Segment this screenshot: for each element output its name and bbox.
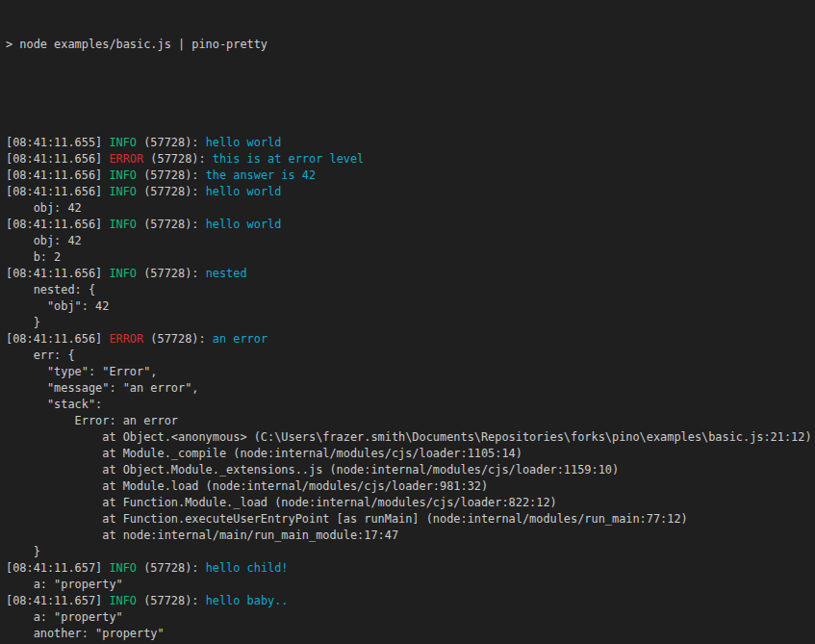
log-line: [08:41:11.656] ERROR (57728): an error [6,331,815,348]
log-level: INFO [109,218,137,231]
log-level: INFO [109,136,137,149]
log-timestamp: [08:41:11.657] [6,561,109,575]
log-pid: (57728): [143,332,213,346]
detail-text: a: "property" [6,610,123,624]
detail-text: at Module._compile (node:internal/module… [6,447,522,460]
log-message: hello world [206,218,282,231]
log-pid: (57728): [143,152,213,166]
detail-text: at Function.executeUserEntryPoint [as ru… [6,512,688,526]
terminal-lines: [08:41:11.655] INFO (57728): hello world… [6,135,815,644]
log-pid: (57728): [137,267,206,280]
detail-line: at node:internal/main/run_main_module:17… [6,528,815,544]
command-line: > node examples/basic.js | pino-pretty [6,37,815,53]
log-timestamp: [08:41:11.655] [6,136,109,149]
log-timestamp: [08:41:11.656] [6,185,109,198]
log-timestamp: [08:41:11.656] [6,332,109,346]
log-message: hello world [206,136,282,149]
detail-line: nested: { [6,282,815,298]
detail-text: "type": "Error", [6,365,158,378]
log-pid: (57728): [137,594,206,607]
detail-text: at Object.Module._extensions..js (node:i… [6,463,619,477]
detail-text: another: "property" [6,627,165,640]
detail-line: at Function.Module._load (node:internal/… [6,495,815,511]
detail-line: "type": "Error", [6,364,815,380]
log-pid: (57728): [137,561,206,575]
log-line: [08:41:11.656] INFO (57728): hello world [6,184,815,200]
log-level: INFO [109,185,137,198]
log-message: nested [206,267,247,280]
detail-text: nested: { [6,283,95,296]
detail-line: b: 2 [6,249,815,266]
blank-line [6,86,815,102]
log-level: INFO [109,267,137,280]
detail-text: Error: an error [6,414,178,427]
log-message: hello world [206,185,282,198]
detail-line: } [6,544,815,560]
log-line: [08:41:11.656] INFO (57728): hello world [6,217,815,233]
log-message: an error [213,332,267,346]
detail-line: at Object.<anonymous> (C:\Users\frazer.s… [6,429,815,446]
detail-text: at Function.Module._load (node:internal/… [6,496,557,509]
detail-line: obj: 42 [6,200,815,217]
detail-text: obj: 42 [6,201,82,215]
detail-line: err: { [6,348,815,364]
log-timestamp: [08:41:11.656] [6,218,109,231]
log-line: [08:41:11.656] ERROR (57728): this is at… [6,151,815,167]
log-pid: (57728): [137,185,206,198]
detail-text: at Object.<anonymous> (C:\Users\frazer.s… [6,430,812,444]
log-message: hello child! [206,561,289,575]
detail-text: obj: 42 [6,234,82,247]
detail-line: at Object.Module._extensions..js (node:i… [6,462,815,478]
log-level: ERROR [109,152,143,166]
detail-line: another: "property" [6,626,815,642]
detail-text: at node:internal/main/run_main_module:17… [6,528,398,542]
detail-line: a: "property" [6,577,815,593]
log-line: [08:41:11.655] INFO (57728): hello world [6,135,815,151]
log-pid: (57728): [137,168,206,182]
log-timestamp: [08:41:11.656] [6,168,109,182]
log-level: INFO [109,594,137,607]
log-line: [08:41:11.657] INFO (57728): hello baby.… [6,593,815,609]
detail-text: "obj": 42 [6,299,109,313]
log-message: the answer is 42 [206,168,317,182]
detail-text: a: "property" [6,578,123,591]
detail-line: obj: 42 [6,233,815,249]
detail-text: "stack": [6,398,102,411]
detail-line: "message": "an error", [6,380,815,397]
detail-line: at Function.executeUserEntryPoint [as ru… [6,511,815,528]
detail-line: "obj": 42 [6,298,815,315]
detail-text: b: 2 [6,250,61,264]
log-timestamp: [08:41:11.657] [6,594,109,607]
detail-text: at Module.load (node:internal/modules/cj… [6,479,488,493]
log-pid: (57728): [137,218,206,231]
log-message: hello baby.. [206,594,289,607]
log-level: ERROR [109,332,143,346]
terminal-viewport[interactable]: > node examples/basic.js | pino-pretty [… [0,0,815,644]
detail-line: } [6,315,815,331]
log-level: INFO [109,168,137,182]
command-text: > node examples/basic.js | pino-pretty [6,38,267,51]
detail-text: err: { [6,348,75,362]
log-line: [08:41:11.656] INFO (57728): the answer … [6,167,815,184]
detail-line: Error: an error [6,413,815,429]
log-message: this is at error level [213,152,365,166]
detail-text: } [6,545,40,558]
detail-text: "message": "an error", [6,381,198,395]
log-line: [08:41:11.656] INFO (57728): nested [6,266,815,282]
detail-line: at Module._compile (node:internal/module… [6,446,815,462]
detail-line: a: "property" [6,609,815,626]
log-level: INFO [109,561,137,575]
log-line: [08:41:11.657] INFO (57728): hello child… [6,560,815,577]
log-pid: (57728): [137,136,206,149]
log-timestamp: [08:41:11.656] [6,267,109,280]
log-timestamp: [08:41:11.656] [6,152,109,166]
detail-line: at Module.load (node:internal/modules/cj… [6,478,815,495]
detail-text: } [6,316,40,329]
detail-line: "stack": [6,397,815,413]
